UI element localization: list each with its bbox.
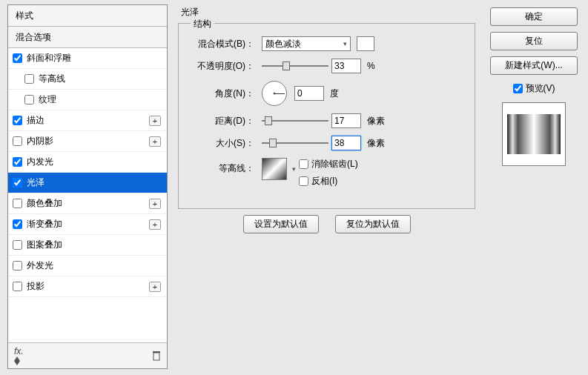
styles-header-label: 样式 xyxy=(16,10,33,21)
style-item[interactable]: 内阴影+ xyxy=(8,131,167,152)
plus-icon[interactable]: + xyxy=(149,282,161,292)
contour-label: 等高线： xyxy=(189,158,254,175)
preview-checkbox[interactable] xyxy=(513,84,523,93)
style-item[interactable]: 颜色叠加+ xyxy=(8,193,167,214)
cancel-button[interactable]: 复位 xyxy=(490,32,578,50)
style-item[interactable]: 斜面和浮雕 xyxy=(8,48,167,69)
slider-thumb[interactable] xyxy=(269,139,277,147)
blend-mode-select[interactable]: 颜色减淡 ▾ xyxy=(262,36,351,51)
angle-dial[interactable] xyxy=(262,81,287,106)
style-checkbox[interactable] xyxy=(24,95,34,104)
style-item-label: 图案叠加 xyxy=(27,239,161,251)
style-item-label: 内阴影 xyxy=(27,135,149,147)
fx-label: fx xyxy=(14,346,21,356)
styles-footer: fx. xyxy=(8,342,167,368)
style-checkbox[interactable] xyxy=(24,74,34,84)
style-item-label: 渐变叠加 xyxy=(27,218,149,230)
svg-marker-1 xyxy=(14,361,20,365)
style-item[interactable]: 纹理 xyxy=(8,90,167,110)
style-item[interactable]: 外发光 xyxy=(8,256,167,276)
style-item[interactable]: 内发光 xyxy=(8,152,167,173)
distance-input[interactable]: 17 xyxy=(331,113,361,128)
blend-options-label: 混合选项 xyxy=(16,32,51,42)
structure-fieldset: 结构 混合模式(B)： 颜色减淡 ▾ 不透明度(O)： 3 xyxy=(178,23,475,209)
style-checkbox[interactable] xyxy=(13,240,22,250)
style-checkbox[interactable] xyxy=(13,261,22,271)
arrow-down-icon[interactable] xyxy=(14,361,24,365)
style-item[interactable]: 等高线 xyxy=(8,69,167,90)
style-item-label: 等高线 xyxy=(39,73,161,85)
preview-label: 预览(V) xyxy=(526,82,555,95)
size-slider[interactable] xyxy=(262,136,328,150)
angle-label: 角度(N)： xyxy=(189,87,254,100)
styles-panel: 样式 混合选项 斜面和浮雕等高线纹理描边+内阴影+内发光光泽颜色叠加+渐变叠加+… xyxy=(7,4,168,369)
style-checkbox[interactable] xyxy=(13,219,22,229)
fx-dot: . xyxy=(21,346,23,356)
actions-panel: 确定 复位 新建样式(W)... 预览(V) xyxy=(486,4,582,369)
plus-icon[interactable]: + xyxy=(149,136,161,147)
opacity-unit: % xyxy=(367,61,375,71)
style-list: 斜面和浮雕等高线纹理描边+内阴影+内发光光泽颜色叠加+渐变叠加+图案叠加外发光投… xyxy=(8,48,167,342)
style-checkbox[interactable] xyxy=(13,157,22,167)
style-item[interactable]: 图案叠加 xyxy=(8,235,167,256)
chevron-down-icon: ▾ xyxy=(343,40,347,47)
style-checkbox[interactable] xyxy=(13,199,22,208)
style-item-label: 斜面和浮雕 xyxy=(27,52,161,64)
blend-mode-value: 颜色减淡 xyxy=(265,38,301,50)
plus-icon[interactable]: + xyxy=(149,199,161,209)
styles-header: 样式 xyxy=(8,5,167,27)
plus-icon[interactable]: + xyxy=(149,219,161,230)
style-item-label: 光泽 xyxy=(27,176,161,189)
reset-default-button[interactable]: 复位为默认值 xyxy=(335,215,411,233)
blend-options-header[interactable]: 混合选项 xyxy=(8,27,167,48)
opacity-label: 不透明度(O)： xyxy=(189,60,254,73)
style-item-label: 外发光 xyxy=(27,259,161,272)
slider-thumb[interactable] xyxy=(265,116,272,125)
style-item-label: 纹理 xyxy=(39,93,161,106)
trash-icon[interactable] xyxy=(152,351,161,361)
angle-input[interactable]: 0 xyxy=(294,86,324,101)
svg-rect-3 xyxy=(153,351,160,353)
style-checkbox[interactable] xyxy=(13,136,22,146)
angle-unit: 度 xyxy=(330,87,339,100)
style-item-label: 颜色叠加 xyxy=(27,197,149,210)
style-item[interactable]: 投影+ xyxy=(8,276,167,297)
svg-rect-2 xyxy=(153,353,159,360)
make-default-button[interactable]: 设置为默认值 xyxy=(243,215,319,233)
style-item-label: 描边 xyxy=(27,114,149,127)
style-item[interactable]: 渐变叠加+ xyxy=(8,214,167,235)
blend-mode-label: 混合模式(B)： xyxy=(189,38,254,50)
style-item[interactable]: 光泽 xyxy=(8,173,167,193)
slider-thumb[interactable] xyxy=(283,62,290,70)
style-item[interactable]: 描边+ xyxy=(8,110,167,131)
section-title: 光泽 xyxy=(178,6,475,19)
style-item-label: 内发光 xyxy=(27,156,161,168)
antialias-checkbox[interactable]: 消除锯齿(L) xyxy=(299,158,358,170)
new-style-button[interactable]: 新建样式(W)... xyxy=(490,56,578,75)
opacity-input[interactable]: 33 xyxy=(331,59,361,73)
style-checkbox[interactable] xyxy=(13,53,22,63)
svg-marker-0 xyxy=(14,356,20,361)
ok-button[interactable]: 确定 xyxy=(490,7,578,26)
style-item-label: 投影 xyxy=(27,280,149,293)
opacity-slider[interactable] xyxy=(262,59,328,73)
preview-box xyxy=(502,102,566,166)
plus-icon[interactable]: + xyxy=(149,116,161,126)
style-checkbox[interactable] xyxy=(13,178,22,188)
style-checkbox[interactable] xyxy=(13,282,22,291)
distance-unit: 像素 xyxy=(367,115,385,127)
contour-picker[interactable] xyxy=(262,158,287,180)
settings-panel: 光泽 结构 混合模式(B)： 颜色减淡 ▾ 不透明度(O)： xyxy=(175,4,478,369)
chevron-down-icon[interactable]: ▾ xyxy=(292,165,296,173)
preview-swatch xyxy=(507,114,561,154)
invert-checkbox[interactable]: 反相(I) xyxy=(299,175,358,188)
distance-label: 距离(D)： xyxy=(189,115,254,127)
color-swatch[interactable] xyxy=(357,36,374,51)
size-label: 大小(S)： xyxy=(189,137,254,150)
structure-legend: 结构 xyxy=(191,18,214,30)
distance-slider[interactable] xyxy=(262,114,328,127)
style-checkbox[interactable] xyxy=(13,116,22,125)
size-input[interactable]: 38 xyxy=(331,136,361,150)
size-unit: 像素 xyxy=(367,137,385,150)
